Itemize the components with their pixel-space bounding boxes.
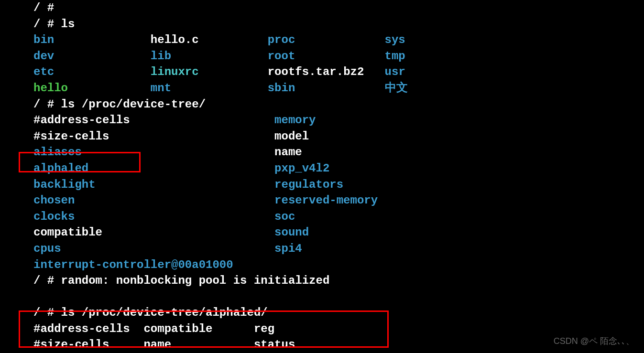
terminal-segment: / # random: nonblocking pool is initiali… xyxy=(33,274,329,287)
terminal-segment xyxy=(295,82,384,95)
terminal-line: alphaled pxp_v4l2 xyxy=(33,160,644,177)
terminal-line: / # ls /proc/device-tree/alphaled/ xyxy=(33,305,644,321)
terminal-segment: backlight xyxy=(33,178,96,191)
terminal-segment: lib xyxy=(151,50,171,63)
terminal-line: compatible sound xyxy=(33,225,644,241)
terminal-segment: 中文 xyxy=(385,82,408,95)
terminal-line: / # ls xyxy=(33,16,644,32)
terminal-segment: #address-cells compatible reg xyxy=(33,322,274,335)
terminal-segment xyxy=(54,50,151,63)
terminal-segment xyxy=(295,50,384,63)
terminal-line: / # random: nonblocking pool is initiali… xyxy=(33,273,644,289)
terminal-segment: clocks xyxy=(33,210,75,223)
terminal-segment xyxy=(88,162,274,175)
terminal-segment: pxp_v4l2 xyxy=(274,162,329,175)
terminal-line: hello mnt sbin 中文 xyxy=(33,80,644,96)
terminal-segment: linuxrc xyxy=(151,65,199,78)
terminal-segment: sound xyxy=(274,226,309,239)
terminal-segment: / # ls /proc/device-tree/alphaled/ xyxy=(33,306,268,319)
terminal-line: #size-cells model xyxy=(33,128,644,145)
terminal-segment: / # xyxy=(33,1,54,14)
terminal-line: / # ls /proc/device-tree/ xyxy=(33,96,644,113)
terminal-line: chosen reserved-memory xyxy=(33,193,644,209)
terminal-segment: name xyxy=(274,146,302,159)
terminal-segment: hello.c xyxy=(151,33,199,46)
terminal-segment: reserved-memory xyxy=(274,194,378,207)
terminal-segment xyxy=(75,194,274,207)
terminal-line: clocks soc xyxy=(33,209,644,225)
terminal-segment: #address-cells xyxy=(33,114,130,127)
terminal-segment: proc xyxy=(268,33,295,46)
terminal-segment xyxy=(68,82,151,95)
terminal-segment: interrupt-controller@00a01000 xyxy=(33,258,233,271)
terminal-segment: root xyxy=(268,50,295,63)
terminal-segment xyxy=(54,33,151,46)
terminal-segment: etc xyxy=(33,65,54,78)
terminal-line: bin hello.c proc sys xyxy=(33,32,644,48)
terminal-segment xyxy=(295,33,384,46)
terminal-segment: #size-cells xyxy=(33,130,109,143)
terminal-segment: #size-cells name status xyxy=(33,338,295,351)
terminal-segment: mnt xyxy=(151,82,171,95)
terminal-segment: regulators xyxy=(274,178,343,191)
terminal-segment xyxy=(61,242,274,255)
terminal-segment xyxy=(171,82,268,95)
terminal-line: #address-cells memory xyxy=(33,112,644,128)
watermark: CSDN @ペ 陌念､､、 xyxy=(554,335,634,347)
terminal-line: #address-cells compatible reg xyxy=(33,321,644,337)
terminal-segment: bin xyxy=(33,33,54,46)
terminal-segment: usr xyxy=(385,65,405,78)
terminal-segment: compatible xyxy=(33,226,102,239)
terminal-line: aliases name xyxy=(33,144,644,160)
terminal-line: interrupt-controller@00a01000 xyxy=(33,257,644,273)
terminal-segment: soc xyxy=(274,210,295,223)
terminal-segment: cpus xyxy=(33,242,61,255)
terminal-segment xyxy=(75,210,274,223)
terminal-segment: sys xyxy=(385,33,405,46)
terminal-segment xyxy=(171,50,268,63)
terminal-segment: / # ls /proc/device-tree/ xyxy=(33,98,206,111)
terminal-segment: / # ls xyxy=(33,18,75,31)
terminal-output[interactable]: / #/ # lsbin hello.c proc sysdev lib roo… xyxy=(0,0,644,353)
terminal-segment: model xyxy=(274,130,309,143)
terminal-segment: rootfs.tar.bz2 xyxy=(268,65,364,78)
terminal-segment: hello xyxy=(33,82,68,95)
terminal-line: / # xyxy=(33,0,644,16)
terminal-segment xyxy=(102,226,274,239)
terminal-segment: aliases xyxy=(33,146,82,159)
terminal-segment xyxy=(82,146,274,159)
terminal-segment: memory xyxy=(274,114,316,127)
terminal-segment xyxy=(199,65,268,78)
terminal-line: dev lib root tmp xyxy=(33,48,644,64)
terminal-segment xyxy=(199,33,268,46)
terminal-line: backlight regulators xyxy=(33,177,644,193)
terminal-segment: alphaled xyxy=(33,162,88,175)
terminal-segment xyxy=(130,114,274,127)
terminal-segment xyxy=(96,178,274,191)
terminal-segment xyxy=(54,65,151,78)
terminal-segment xyxy=(364,65,384,78)
terminal-segment: chosen xyxy=(33,194,75,207)
terminal-line xyxy=(33,289,644,305)
terminal-segment: dev xyxy=(33,50,54,63)
terminal-segment: sbin xyxy=(268,82,295,95)
terminal-line: etc linuxrc rootfs.tar.bz2 usr xyxy=(33,64,644,80)
terminal-segment: tmp xyxy=(385,50,405,63)
terminal-segment: spi4 xyxy=(274,242,302,255)
terminal-line: cpus spi4 xyxy=(33,241,644,257)
terminal-segment xyxy=(109,130,274,143)
terminal-line: #size-cells name status xyxy=(33,337,644,353)
